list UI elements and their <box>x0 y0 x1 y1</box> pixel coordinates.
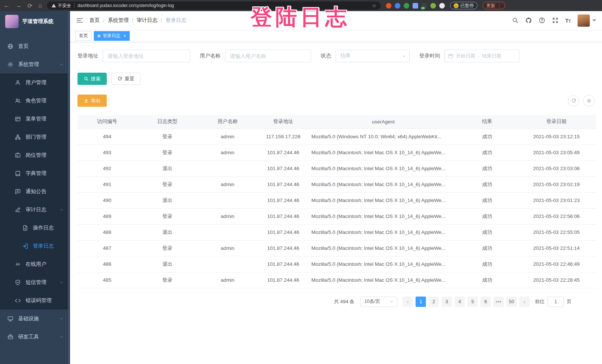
page-button-4[interactable]: 4 <box>454 297 465 307</box>
cell-user-agent: Mozilla/5.0 (Macintosh; Intel Mac OS X 1… <box>309 208 457 224</box>
table-row[interactable]: 490退出101.87.244.46Mozilla/5.0 (Macintosh… <box>77 192 596 208</box>
sidebar-item-dict-management[interactable]: 字典管理 <box>0 164 70 182</box>
extension-on-badge-icon[interactable]: on <box>421 3 427 9</box>
column-header-login-date: 登录日期 <box>517 115 596 129</box>
page-button-2[interactable]: 2 <box>429 297 439 307</box>
home-icon[interactable]: ⌂ <box>38 2 42 9</box>
sidebar-logo-row[interactable]: 芋道管理系统 <box>0 11 70 32</box>
sidebar-item-notice-announcement[interactable]: 通知公告 <box>0 182 70 201</box>
extension-pinwheel-icon[interactable] <box>439 3 445 9</box>
help-icon[interactable] <box>539 17 545 24</box>
cell-login-ip: 101.87.244.46 <box>257 161 309 176</box>
browser-update-button[interactable]: 更新 ⋮ <box>483 2 505 9</box>
column-settings-button[interactable] <box>583 95 595 106</box>
sidebar-item-label: 基础设施 <box>18 315 39 322</box>
github-icon[interactable] <box>525 17 532 24</box>
table-row[interactable]: 492退出101.87.244.46Mozilla/5.0 (Macintosh… <box>77 161 596 176</box>
breadcrumb-item[interactable]: 首页 <box>89 17 100 24</box>
tag-login-log[interactable]: 登录日志 × <box>94 31 130 41</box>
tag-home[interactable]: 首页 <box>75 31 92 41</box>
page-button-3[interactable]: 3 <box>441 297 452 307</box>
divider <box>74 3 75 8</box>
breadcrumb: 首页/系统管理/审计日志/登录日志 <box>89 17 186 24</box>
back-icon[interactable]: ← <box>4 2 10 9</box>
date-range-picker[interactable]: 开始日期 - 结束日期 <box>444 50 519 62</box>
cell-result: 成功 <box>457 129 517 145</box>
cell-login-date: 2021-05-03 22:56:06 <box>517 208 596 224</box>
sidebar-item-user-management[interactable]: 用户管理 <box>0 73 70 92</box>
sidebar-item-login-log[interactable]: 登录日志 <box>0 237 70 255</box>
extension-green-leaf-icon[interactable] <box>430 3 436 9</box>
security-chip[interactable]: 不安全 <box>52 3 71 9</box>
table-row[interactable]: 486退出101.87.244.46Mozilla/5.0 (Macintosh… <box>77 256 596 272</box>
sidebar-item-operation-log[interactable]: 操作日志 <box>0 219 70 237</box>
paused-extension-pill[interactable]: 已暂停 <box>450 2 477 9</box>
cell-id: 493 <box>77 145 137 161</box>
prev-page-button[interactable]: ‹ <box>403 297 413 307</box>
filter-login-address: 登录地址 <box>77 50 190 62</box>
table-row[interactable]: 487登录admin101.87.244.46Mozilla/5.0 (Maci… <box>77 240 596 256</box>
message-icon <box>15 189 21 195</box>
table-row[interactable]: 494登录admin117.159.17.226Mozilla/5.0 (Win… <box>77 129 596 145</box>
sidebar-item-system-management[interactable]: 系统管理 <box>0 55 70 73</box>
sidebar-item-online-users[interactable]: 在线用户 <box>0 255 70 273</box>
breadcrumb-item[interactable]: 系统管理 <box>108 17 129 24</box>
cell-login-date: 2021-05-03 22:46:49 <box>517 256 596 272</box>
bookmark-star-icon[interactable]: ☆ <box>372 3 376 9</box>
page-size-select[interactable]: 10条/页 <box>360 297 397 307</box>
sidebar-item-role-management[interactable]: 角色管理 <box>0 92 70 110</box>
page-button-50[interactable]: 50 <box>506 297 517 307</box>
sidebar-item-dev-tools[interactable]: 研发工具 <box>0 328 70 346</box>
table-row[interactable]: 493登录admin101.87.244.46Mozilla/5.0 (Maci… <box>77 145 596 161</box>
close-icon[interactable]: × <box>123 33 126 39</box>
sidebar-item-audit-log[interactable]: 审计日志 <box>0 201 70 219</box>
page-button-6[interactable]: 6 <box>480 297 491 307</box>
sidebar-item-menu-management[interactable]: 菜单管理 <box>0 110 70 128</box>
goto-page-input[interactable] <box>548 297 564 307</box>
cell-log-type: 登录 <box>137 129 198 145</box>
page-button-1[interactable]: 1 <box>416 297 426 307</box>
sidebar-item-sms-management[interactable]: 短信管理 <box>0 273 70 291</box>
reset-button[interactable]: 重置 <box>111 73 140 85</box>
filter-label: 状态 <box>321 53 331 59</box>
goto-unit: 页 <box>567 298 572 305</box>
refresh-table-button[interactable] <box>568 95 579 106</box>
browser-menu-icon[interactable]: ⋮ <box>497 3 502 8</box>
sidebar-item-home[interactable]: 首页 <box>0 37 70 55</box>
hamburger-icon[interactable] <box>76 17 83 24</box>
sidebar-item-label: 通知公告 <box>26 188 46 195</box>
forward-icon[interactable]: → <box>16 2 22 9</box>
extension-blue-white-icon[interactable] <box>413 3 418 9</box>
status-select[interactable]: 结果 <box>335 50 410 62</box>
table-row[interactable]: 489登录admin101.87.244.46Mozilla/5.0 (Maci… <box>77 208 596 224</box>
sidebar-item-error-code-management[interactable]: 错误码管理 <box>0 291 70 310</box>
search-button[interactable]: 搜索 <box>77 73 107 85</box>
fullscreen-icon[interactable] <box>552 17 559 24</box>
login-address-input[interactable] <box>103 50 190 62</box>
export-button[interactable]: 导出 <box>77 95 107 107</box>
refresh-icon <box>118 76 122 81</box>
user-menu[interactable] <box>578 14 596 27</box>
extension-blue-drop-icon[interactable] <box>395 3 400 9</box>
page-button-5[interactable]: 5 <box>467 297 478 307</box>
cell-username: admin <box>198 129 257 145</box>
sidebar-item-post-management[interactable]: 岗位管理 <box>0 146 70 164</box>
search-icon[interactable] <box>512 17 519 24</box>
sidebar-item-dept-management[interactable]: 部门管理 <box>0 128 70 146</box>
cell-login-date: 2021-05-03 22:51:14 <box>517 240 596 256</box>
table-row[interactable]: 491登录admin101.87.244.46Mozilla/5.0 (Maci… <box>77 176 596 192</box>
sidebar-item-label: 研发工具 <box>18 334 39 340</box>
extension-green-circle-icon[interactable] <box>404 3 409 9</box>
font-size-icon[interactable]: TT <box>565 17 571 24</box>
reload-icon[interactable]: ⟳ <box>27 2 32 9</box>
sidebar-item-infrastructure[interactable]: 基础设施 <box>0 310 70 328</box>
next-page-button[interactable]: › <box>519 297 530 307</box>
more-pages-icon[interactable]: ••• <box>493 297 504 307</box>
table-row[interactable]: 488退出101.87.244.46Mozilla/5.0 (Macintosh… <box>77 224 596 240</box>
extension-orange-circle-icon[interactable] <box>386 3 391 9</box>
address-bar[interactable]: 不安全 dashboard.yudao.iocoder.cn/system/lo… <box>47 1 381 10</box>
table-row[interactable]: 485登录admin101.87.244.46Mozilla/5.0 (Maci… <box>77 272 596 288</box>
breadcrumb-item[interactable]: 审计日志 <box>137 17 158 24</box>
username-input[interactable] <box>225 50 311 62</box>
doc-icon <box>22 225 28 231</box>
